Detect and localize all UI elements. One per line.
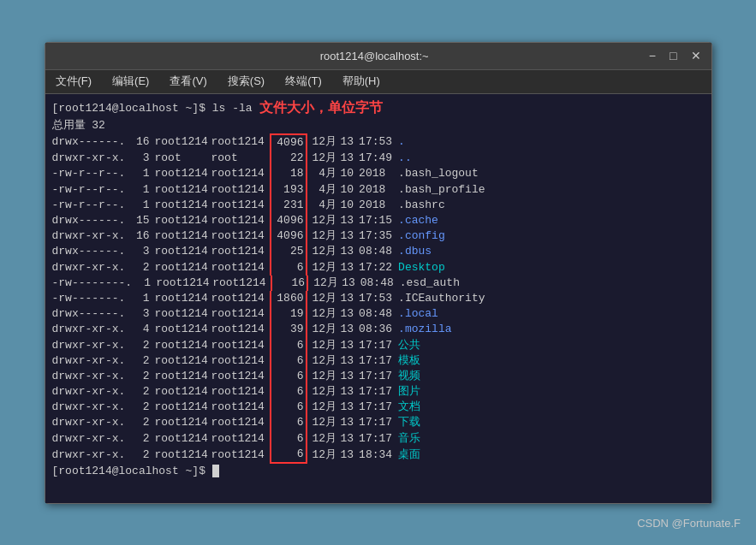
table-row: drwxr-xr-x. 2root1214root1214612月1317:17… [52, 384, 705, 400]
table-row: drwxr-xr-x. 2root1214root1214612月1317:17… [52, 431, 705, 447]
table-row: drwxr-xr-x. 2root1214root1214612月1317:17… [52, 369, 705, 384]
prompt-1: [root1214@localhost ~]$ ls -la [52, 101, 253, 116]
table-row: drwxr-xr-x. 2root1214root1214612月1317:17… [52, 415, 705, 430]
table-row: -rw-------. 1root1214root1214186012月1317… [52, 291, 705, 306]
command-line: [root1214@localhost ~]$ ls -la 文件大小，单位字节 [52, 99, 705, 118]
terminal-content: [root1214@localhost ~]$ ls -la 文件大小，单位字节… [45, 94, 711, 503]
table-row: drwxr-xr-x. 2root1214root1214612月1317:17… [52, 400, 705, 415]
prompt-final: [root1214@localhost ~]$ [52, 464, 705, 479]
table-row: drwxr-xr-x. 16root1214root1214409612月131… [52, 228, 705, 244]
table-row: drwx------. 3root1214root12141912月1308:4… [52, 306, 705, 322]
window-title: root1214@localhost:~ [104, 50, 646, 62]
minimize-button[interactable]: − [646, 49, 659, 62]
table-row: drwxr-xr-x. 2root1214root1214612月1317:17… [52, 353, 705, 369]
title-bar: root1214@localhost:~ − □ ✕ [45, 43, 711, 70]
maximize-button[interactable]: □ [666, 49, 680, 62]
menu-search[interactable]: 搜索(S) [224, 72, 268, 91]
table-row: drwx------. 15root1214root1214409612月131… [52, 213, 705, 228]
menu-view[interactable]: 查看(V) [166, 72, 210, 91]
table-row: -rw-r--r--. 1root1214root1214231 4月10201… [52, 198, 705, 213]
menu-edit[interactable]: 编辑(E) [109, 72, 152, 91]
table-row: drwxr-xr-x. 3rootroot2212月1317:49.. [52, 151, 705, 166]
menu-file[interactable]: 文件(F) [52, 72, 96, 91]
table-row: drwxr-xr-x. 2root1214root1214612月1317:17… [52, 338, 705, 353]
menu-terminal[interactable]: 终端(T) [282, 72, 325, 91]
file-listing: drwx------. 16root1214root1214409612月131… [52, 133, 705, 464]
terminal-window: root1214@localhost:~ − □ ✕ 文件(F) 编辑(E) 查… [45, 42, 712, 504]
watermark: CSDN @Fortunate.F [637, 517, 741, 530]
table-row: -rw-r--r--. 1root1214root121418 4月102018… [52, 166, 705, 181]
menu-bar: 文件(F) 编辑(E) 查看(V) 搜索(S) 终端(T) 帮助(H) [45, 70, 711, 94]
table-row: -rw-r--r--. 1root1214root1214193 4月10201… [52, 182, 705, 198]
table-row: drwx------. 3root1214root12142512月1308:4… [52, 244, 705, 259]
table-row: drwxr-xr-x. 2root1214root1214612月1318:34… [52, 447, 705, 464]
window-controls[interactable]: − □ ✕ [646, 49, 705, 62]
table-row: drwxr-xr-x. 4root1214root12143912月1308:3… [52, 322, 705, 337]
table-row: -rw--------. 1root1214root12141612月1308:… [52, 275, 705, 291]
table-row: drwx------. 16root1214root1214409612月131… [52, 133, 705, 151]
menu-help[interactable]: 帮助(H) [339, 72, 384, 91]
total-line: 总用量 32 [52, 118, 705, 133]
table-row: drwxr-xr-x. 2root1214root1214612月1317:22… [52, 260, 705, 275]
annotation-text: 文件大小，单位字节 [259, 99, 383, 118]
close-button[interactable]: ✕ [688, 49, 705, 62]
